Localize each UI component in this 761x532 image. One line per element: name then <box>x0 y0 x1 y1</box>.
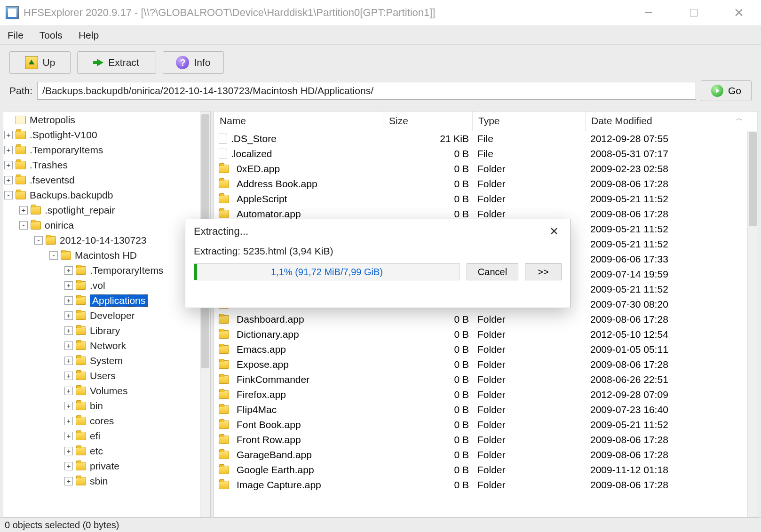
menu-file[interactable]: File <box>5 28 26 43</box>
expand-icon[interactable]: + <box>64 462 73 470</box>
minimize-button[interactable] <box>635 3 662 22</box>
maximize-button[interactable] <box>680 3 707 22</box>
menu-help[interactable]: Help <box>76 28 102 43</box>
table-row[interactable]: Dashboard.app0 BFolder2009-08-06 17:28 <box>214 312 758 327</box>
tree-item[interactable]: +.TemporaryItems <box>4 263 208 278</box>
table-row[interactable]: Font Book.app0 BFolder2009-05-21 11:52 <box>214 417 758 432</box>
table-row[interactable]: FinkCommander0 BFolder2008-06-26 22:51 <box>214 372 758 387</box>
tree-item[interactable]: +System <box>4 353 208 368</box>
table-row[interactable]: Emacs.app0 BFolder2009-01-05 05:11 <box>214 342 758 357</box>
close-button[interactable]: ✕ <box>725 3 753 22</box>
tree-item[interactable]: -Macintosh HD <box>4 248 208 263</box>
collapse-icon[interactable]: - <box>34 236 43 245</box>
expand-icon[interactable]: + <box>64 387 73 395</box>
expand-icon[interactable]: + <box>64 477 73 485</box>
col-type[interactable]: Type <box>473 111 586 131</box>
tree-item[interactable]: +.fseventsd <box>4 173 208 188</box>
expand-icon[interactable]: + <box>4 161 13 169</box>
extract-button[interactable]: Extract <box>77 51 156 74</box>
table-row[interactable]: GarageBand.app0 BFolder2009-08-06 17:28 <box>214 447 758 462</box>
file-name: Emacs.app <box>237 344 286 355</box>
table-row[interactable]: .DS_Store21 KiBFile2012-09-28 07:55 <box>214 131 758 146</box>
tree-item[interactable]: +private <box>4 459 208 474</box>
table-row[interactable]: 0xED.app0 BFolder2009-02-23 02:58 <box>214 161 758 176</box>
dialog-close-icon[interactable]: ✕ <box>547 223 562 240</box>
menu-tools[interactable]: Tools <box>37 28 65 43</box>
info-button[interactable]: ? Info <box>163 51 224 74</box>
pathbar: Path: Go <box>0 79 761 108</box>
expand-icon[interactable]: + <box>64 281 73 290</box>
expand-icon[interactable]: + <box>64 357 73 365</box>
tree-item[interactable]: +Volumes <box>4 383 208 398</box>
expand-icon[interactable]: + <box>4 176 13 184</box>
folder-icon <box>219 345 229 354</box>
expand-icon[interactable]: + <box>64 432 73 440</box>
tree-scrollbar[interactable] <box>200 111 210 517</box>
expand-icon[interactable]: + <box>4 131 13 139</box>
folder-icon <box>219 195 229 203</box>
tree-item[interactable]: +.spotlight_repair <box>4 203 208 218</box>
tree-item[interactable]: +bin <box>4 398 208 413</box>
tree-item-label: Backups.backupdb <box>30 190 113 201</box>
dialog-extracting-line: Extracting: 5235.html (3,94 KiB) <box>194 246 562 257</box>
table-row[interactable]: .localized0 BFile2008-05-31 07:17 <box>214 146 758 161</box>
folder-icon <box>219 481 229 489</box>
tree-item-label: .Trashes <box>30 159 68 171</box>
file-size: 0 B <box>388 479 477 491</box>
tree-item[interactable]: +cores <box>4 413 208 429</box>
table-row[interactable]: Google Earth.app0 BFolder2009-11-12 01:1… <box>214 462 758 477</box>
table-row[interactable]: Firefox.app0 BFolder2012-09-28 07:09 <box>214 387 758 402</box>
tree-item[interactable]: +etc <box>4 444 208 459</box>
col-size[interactable]: Size <box>383 111 473 131</box>
expand-icon[interactable]: + <box>64 341 73 350</box>
up-button[interactable]: Up <box>9 51 71 74</box>
table-row[interactable]: AppleScript0 BFolder2009-05-21 11:52 <box>214 191 758 206</box>
path-input[interactable] <box>37 82 696 100</box>
cancel-button[interactable]: Cancel <box>467 263 518 280</box>
table-row[interactable]: Expose.app0 BFolder2009-08-06 17:28 <box>214 357 758 372</box>
file-date: 2009-01-05 05:11 <box>590 344 758 355</box>
table-scrollbar[interactable] <box>747 131 758 517</box>
details-button[interactable]: >> <box>525 263 562 280</box>
tree-item[interactable]: +Users <box>4 368 208 383</box>
tree-item[interactable]: -2012-10-14-130723 <box>4 233 208 248</box>
tree-item[interactable]: +.Spotlight-V100 <box>4 127 208 143</box>
tree-item[interactable]: Metropolis <box>4 112 208 127</box>
table-row[interactable]: Flip4Mac0 BFolder2009-07-23 16:40 <box>214 402 758 417</box>
collapse-icon[interactable]: - <box>49 251 58 260</box>
expand-icon[interactable]: + <box>19 206 28 214</box>
table-row[interactable]: Address Book.app0 BFolder2009-08-06 17:2… <box>214 176 758 191</box>
table-row[interactable]: Image Capture.app0 BFolder2009-08-06 17:… <box>214 477 758 492</box>
file-date: 2009-05-21 11:52 <box>590 223 758 235</box>
expand-icon[interactable]: + <box>4 146 13 154</box>
tree-item[interactable]: -onirica <box>4 218 208 233</box>
folder-icon <box>219 210 229 218</box>
expand-icon[interactable]: + <box>64 372 73 380</box>
tree-item[interactable]: +Network <box>4 338 208 353</box>
table-row[interactable]: Dictionary.app0 BFolder2012-05-10 12:54 <box>214 327 758 342</box>
tree-item[interactable]: -Backups.backupdb <box>4 188 208 203</box>
go-button[interactable]: Go <box>701 80 752 101</box>
folder-icon <box>219 436 229 444</box>
tree-item[interactable]: +.vol <box>4 278 208 293</box>
expand-icon[interactable]: + <box>64 311 73 320</box>
expand-icon[interactable]: + <box>64 447 73 455</box>
expand-icon[interactable]: + <box>64 417 73 425</box>
tree-item[interactable]: +.Trashes <box>4 158 208 173</box>
collapse-icon[interactable]: - <box>19 221 28 230</box>
tree-item[interactable]: +Applications <box>4 293 208 308</box>
expand-icon[interactable]: + <box>64 402 73 410</box>
tree-item-label: .spotlight_repair <box>45 205 115 216</box>
col-name[interactable]: Name <box>214 111 383 131</box>
expand-icon[interactable]: + <box>64 326 73 335</box>
tree-item[interactable]: +sbin <box>4 474 208 489</box>
col-date[interactable]: Date Modified <box>586 111 758 131</box>
tree-item[interactable]: +efi <box>4 429 208 444</box>
tree-item[interactable]: +Developer <box>4 308 208 323</box>
tree-item[interactable]: +.TemporaryItems <box>4 143 208 158</box>
tree-item[interactable]: +Library <box>4 323 208 338</box>
expand-icon[interactable]: + <box>64 266 73 275</box>
expand-icon[interactable]: + <box>64 296 73 305</box>
collapse-icon[interactable]: - <box>4 191 13 199</box>
table-row[interactable]: Front Row.app0 BFolder2009-08-06 17:28 <box>214 432 758 447</box>
